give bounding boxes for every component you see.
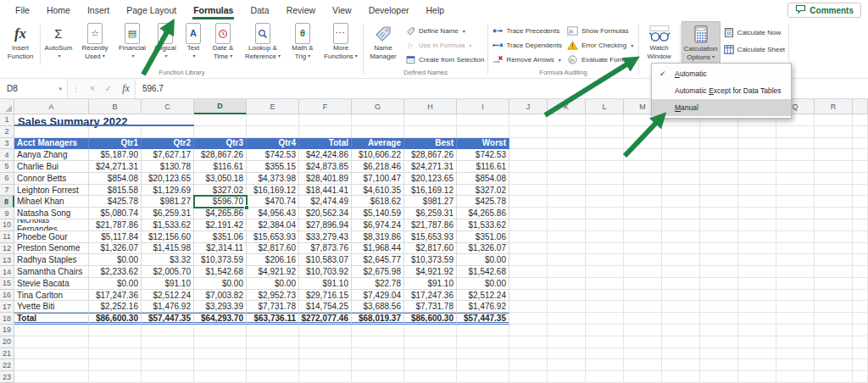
cell-partial-12[interactable] xyxy=(853,243,868,255)
cell-O4[interactable] xyxy=(700,149,738,161)
cell-J12[interactable] xyxy=(509,243,548,255)
cell-D1[interactable] xyxy=(194,114,247,126)
cell-partial-21[interactable] xyxy=(853,348,868,360)
cell-C8[interactable]: $981.27 xyxy=(142,196,194,208)
cell-I2[interactable] xyxy=(457,126,509,138)
row-header-4[interactable]: 4 xyxy=(0,149,14,161)
cell-F12[interactable]: $7,873.76 xyxy=(299,243,352,255)
row-header-2[interactable]: 2 xyxy=(0,126,14,138)
cell-J18[interactable] xyxy=(509,313,548,325)
cell-H19[interactable] xyxy=(404,325,457,336)
cell-O7[interactable] xyxy=(700,185,738,197)
cell-partial-6[interactable] xyxy=(853,173,868,185)
cell-M20[interactable] xyxy=(624,336,662,348)
remove-arrows-button[interactable]: Remove Arrows▾ xyxy=(489,53,565,65)
cell-J13[interactable] xyxy=(509,254,548,266)
cell-A18[interactable]: Total xyxy=(14,313,89,325)
cell-B17[interactable]: $2,252.16 xyxy=(89,301,142,313)
cell-O11[interactable] xyxy=(700,231,738,243)
cell-A17[interactable]: Yvette Biti xyxy=(14,301,89,313)
cell-E5[interactable]: $355.15 xyxy=(247,161,299,173)
cell-M15[interactable] xyxy=(624,278,662,290)
cell-partial-23[interactable] xyxy=(853,371,868,383)
cell-R19[interactable] xyxy=(815,325,853,336)
cell-O3[interactable] xyxy=(700,138,738,150)
cell-D23[interactable] xyxy=(194,371,247,383)
tab-file[interactable]: File xyxy=(7,0,38,20)
cell-Q18[interactable] xyxy=(776,313,815,325)
cell-L4[interactable] xyxy=(586,149,624,161)
cell-A12[interactable]: Preston Senome xyxy=(14,243,89,255)
name-manager[interactable]: NameManager xyxy=(364,21,402,69)
cell-D18[interactable]: $64,293.70 xyxy=(194,313,247,325)
cell-C12[interactable]: $1,415.98 xyxy=(142,243,194,255)
cell-R10[interactable] xyxy=(815,219,853,231)
cell-E21[interactable] xyxy=(247,348,299,360)
cell-E19[interactable] xyxy=(247,325,299,336)
text-button[interactable]: AText▾ xyxy=(181,21,206,69)
cell-N15[interactable] xyxy=(662,278,700,290)
column-header-e[interactable]: E xyxy=(247,99,299,114)
cell-L21[interactable] xyxy=(586,348,624,360)
cell-N22[interactable] xyxy=(662,359,700,371)
cell-N19[interactable] xyxy=(662,325,700,336)
select-all-corner[interactable] xyxy=(0,99,14,114)
cell-M10[interactable] xyxy=(624,219,662,231)
cell-B19[interactable] xyxy=(89,325,142,336)
cell-H10[interactable]: $21,787.86 xyxy=(404,219,457,231)
row-header-13[interactable]: 13 xyxy=(0,254,14,266)
cell-G15[interactable]: $22.78 xyxy=(352,278,404,290)
cell-D19[interactable] xyxy=(194,325,247,336)
cell-K1[interactable] xyxy=(548,114,586,126)
cell-J6[interactable] xyxy=(509,173,548,185)
cell-E10[interactable]: $2,384.04 xyxy=(247,219,299,231)
cell-N7[interactable] xyxy=(662,185,700,197)
column-header-b[interactable]: B xyxy=(89,99,142,114)
cell-B10[interactable]: $21,787.86 xyxy=(89,219,142,231)
cell-F15[interactable]: $91.10 xyxy=(299,278,352,290)
cell-F22[interactable] xyxy=(299,359,352,371)
cell-B23[interactable] xyxy=(89,371,142,383)
column-header-l[interactable]: L xyxy=(586,99,624,114)
cell-M16[interactable] xyxy=(624,290,662,302)
cell-I1[interactable] xyxy=(457,114,509,126)
cell-Q2[interactable] xyxy=(776,126,815,138)
cell-Q23[interactable] xyxy=(776,371,815,383)
cell-O23[interactable] xyxy=(700,371,738,383)
cell-partial-17[interactable] xyxy=(853,301,868,313)
cell-M11[interactable] xyxy=(624,231,662,243)
cell-P2[interactable] xyxy=(738,126,776,138)
cell-K20[interactable] xyxy=(548,336,586,348)
cell-Q17[interactable] xyxy=(776,301,815,313)
cell-Q6[interactable] xyxy=(776,173,815,185)
cell-G16[interactable]: $7,429.04 xyxy=(352,290,404,302)
cell-Q3[interactable] xyxy=(776,138,815,150)
cell-K18[interactable] xyxy=(548,313,586,325)
cell-O14[interactable] xyxy=(700,266,738,278)
cell-A11[interactable]: Phoebe Gour xyxy=(14,231,89,243)
cell-D12[interactable]: $2,314.11 xyxy=(194,243,247,255)
cell-G13[interactable]: $2,645.77 xyxy=(352,254,404,266)
cell-B9[interactable]: $5,080.74 xyxy=(89,208,142,219)
cell-D6[interactable]: $3,050.18 xyxy=(194,173,247,185)
cell-J2[interactable] xyxy=(509,126,548,138)
cell-M8[interactable] xyxy=(624,196,662,208)
cell-K21[interactable] xyxy=(548,348,586,360)
cell-E12[interactable]: $2,817.60 xyxy=(247,243,299,255)
cell-Q19[interactable] xyxy=(776,325,815,336)
cell-E20[interactable] xyxy=(247,336,299,348)
cell-H9[interactable]: $6,259.31 xyxy=(404,208,457,219)
cell-H13[interactable]: $10,373.59 xyxy=(404,254,457,266)
cell-I16[interactable]: $2,512.24 xyxy=(457,290,509,302)
cell-B4[interactable]: $5,187.90 xyxy=(89,149,142,161)
cell-partial-5[interactable] xyxy=(853,161,868,173)
cell-F1[interactable] xyxy=(299,114,352,126)
autosum-button[interactable]: ΣAutoSum▾ xyxy=(42,21,75,69)
cell-A22[interactable] xyxy=(14,359,89,371)
cell-Q10[interactable] xyxy=(776,219,815,231)
cell-J14[interactable] xyxy=(509,266,548,278)
cell-D7[interactable]: $327.02 xyxy=(194,185,247,197)
cell-H8[interactable]: $981.27 xyxy=(404,196,457,208)
cell-L22[interactable] xyxy=(586,359,624,371)
cell-P20[interactable] xyxy=(738,336,776,348)
